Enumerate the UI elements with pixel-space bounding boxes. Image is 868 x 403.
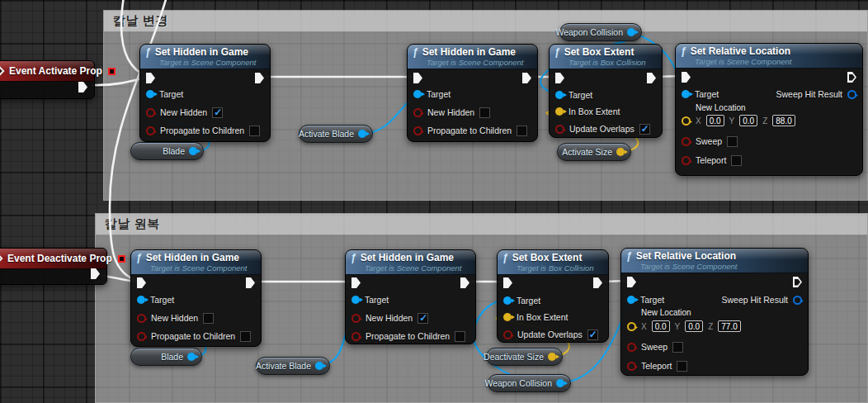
- teleport-checkbox[interactable]: [677, 361, 687, 372]
- target-pin[interactable]: [413, 90, 422, 98]
- variable-pill-blade-top[interactable]: Blade: [130, 142, 204, 160]
- new-hidden-pin[interactable]: [146, 108, 155, 117]
- exec-out-pin[interactable]: [460, 277, 469, 288]
- node-header[interactable]: ƒ Set Hidden in Game Target is Scene Com…: [408, 45, 537, 69]
- exec-in-pin[interactable]: [351, 277, 361, 288]
- target-pin[interactable]: [627, 296, 635, 304]
- new-hidden-checkbox[interactable]: [203, 313, 214, 324]
- update-overlaps-checkbox[interactable]: [587, 330, 598, 340]
- exec-in-pin[interactable]: [146, 73, 155, 83]
- node-set-box-extent-bottom[interactable]: ƒ Set Box Extent Target is Box Collision…: [497, 249, 609, 343]
- propagate-checkbox[interactable]: [249, 126, 260, 136]
- variable-output-pin[interactable]: [358, 130, 366, 138]
- new-location-pin[interactable]: [627, 322, 636, 331]
- exec-out-pin[interactable]: [255, 73, 264, 83]
- node-header[interactable]: ƒ Set Box Extent Target is Box Collision: [550, 45, 662, 69]
- new-hidden-checkbox[interactable]: [479, 107, 490, 118]
- event-node-header[interactable]: Event Activate Prop: [0, 61, 94, 82]
- exec-out-pin[interactable]: [246, 277, 255, 288]
- node-header[interactable]: ƒ Set Hidden in Game Target is Scene Com…: [140, 45, 270, 69]
- node-event-deactivate-prop[interactable]: Event Deactivate Prop: [0, 248, 107, 285]
- variable-pill-activate-size[interactable]: Activate Size: [557, 143, 631, 161]
- new-hidden-pin[interactable]: [137, 314, 146, 323]
- variable-output-pin[interactable]: [548, 353, 556, 361]
- exec-out-pin[interactable]: [793, 277, 802, 287]
- teleport-checkbox[interactable]: [731, 155, 742, 166]
- node-event-activate-prop[interactable]: Event Activate Prop: [0, 60, 95, 99]
- node-header[interactable]: ƒ Set Hidden in Game Target is Scene Com…: [131, 250, 261, 275]
- sweep-hit-result-pin[interactable]: [847, 90, 856, 99]
- update-overlaps-pin[interactable]: [503, 330, 512, 339]
- node-set-relative-location-top[interactable]: ƒ Set Relative Location Target is Scene …: [675, 43, 863, 176]
- new-hidden-checkbox[interactable]: [417, 313, 428, 324]
- variable-output-pin[interactable]: [616, 148, 625, 156]
- exec-in-pin[interactable]: [627, 277, 636, 287]
- target-pin[interactable]: [503, 296, 512, 305]
- variable-pill-weapon-collision-top[interactable]: Weapon Collision: [559, 23, 642, 41]
- exec-in-pin[interactable]: [682, 72, 691, 83]
- update-overlaps-checkbox[interactable]: [639, 124, 650, 135]
- sweep-hit-result-pin[interactable]: [793, 296, 802, 305]
- variable-output-pin[interactable]: [189, 147, 197, 155]
- blueprint-graph-canvas[interactable]: 칼날 변경 칼날 원복: [0, 0, 868, 403]
- exec-out-pin[interactable]: [522, 73, 531, 83]
- exec-in-pin[interactable]: [555, 73, 564, 83]
- z-value-input[interactable]: 88.0: [772, 115, 795, 126]
- teleport-pin[interactable]: [682, 156, 691, 165]
- node-header[interactable]: ƒ Set Relative Location Target is Scene …: [676, 44, 862, 69]
- variable-pill-activate-blade-bottom[interactable]: Activate Blade: [256, 357, 330, 375]
- node-set-hidden-in-game-3[interactable]: ƒ Set Hidden in Game Target is Scene Com…: [130, 249, 262, 347]
- new-hidden-pin[interactable]: [413, 108, 422, 117]
- sweep-pin[interactable]: [627, 343, 636, 352]
- variable-output-pin[interactable]: [556, 379, 564, 387]
- sweep-checkbox[interactable]: [727, 136, 738, 147]
- node-set-hidden-in-game-1[interactable]: ƒ Set Hidden in Game Target is Scene Com…: [139, 44, 271, 142]
- variable-output-pin[interactable]: [315, 362, 323, 370]
- event-node-header[interactable]: Event Deactivate Prop: [0, 249, 106, 269]
- exec-in-pin[interactable]: [137, 277, 146, 288]
- target-pin[interactable]: [146, 90, 154, 98]
- sweep-checkbox[interactable]: [672, 342, 683, 353]
- teleport-pin[interactable]: [627, 362, 636, 371]
- node-header[interactable]: ƒ Set Box Extent Target is Box Collision: [498, 250, 608, 275]
- variable-pill-activate-blade-top[interactable]: Activate Blade: [299, 125, 373, 143]
- new-hidden-pin[interactable]: [351, 314, 361, 323]
- x-value-input[interactable]: 0.0: [652, 320, 670, 332]
- in-box-extent-pin[interactable]: [555, 107, 564, 116]
- propagate-pin[interactable]: [137, 332, 146, 341]
- exec-out-pin[interactable]: [847, 72, 856, 83]
- variable-output-pin[interactable]: [627, 28, 635, 36]
- y-value-input[interactable]: 0.0: [685, 320, 703, 332]
- exec-out-pin[interactable]: [91, 268, 100, 279]
- node-set-hidden-in-game-4[interactable]: ƒ Set Hidden in Game Target is Scene Com…: [345, 249, 476, 344]
- sweep-pin[interactable]: [682, 137, 691, 146]
- z-value-input[interactable]: 77.0: [718, 320, 740, 332]
- exec-out-pin[interactable]: [593, 277, 602, 288]
- in-box-extent-pin[interactable]: [503, 313, 512, 321]
- target-pin[interactable]: [137, 296, 145, 304]
- node-set-hidden-in-game-2[interactable]: ƒ Set Hidden in Game Target is Scene Com…: [407, 44, 538, 142]
- propagate-pin[interactable]: [146, 126, 155, 135]
- node-header[interactable]: ƒ Set Hidden in Game Target is Scene Com…: [346, 250, 475, 275]
- exec-in-pin[interactable]: [503, 277, 512, 288]
- target-pin[interactable]: [682, 90, 690, 98]
- exec-in-pin[interactable]: [413, 73, 422, 83]
- variable-pill-blade-bottom[interactable]: Blade: [130, 348, 202, 366]
- propagate-pin[interactable]: [351, 332, 361, 341]
- target-pin[interactable]: [351, 296, 360, 304]
- x-value-input[interactable]: 0.0: [706, 115, 724, 126]
- new-hidden-checkbox[interactable]: [212, 107, 223, 118]
- variable-pill-weapon-collision-bottom[interactable]: Weapon Collision: [488, 374, 571, 392]
- propagate-pin[interactable]: [413, 126, 422, 135]
- y-value-input[interactable]: 0.0: [739, 115, 757, 126]
- node-set-box-extent-top[interactable]: ƒ Set Box Extent Target is Box Collision…: [549, 44, 663, 138]
- propagate-checkbox[interactable]: [455, 331, 465, 342]
- update-overlaps-pin[interactable]: [555, 125, 564, 134]
- exec-out-pin[interactable]: [647, 73, 656, 83]
- target-pin[interactable]: [555, 91, 564, 99]
- propagate-checkbox[interactable]: [517, 126, 527, 136]
- new-location-pin[interactable]: [682, 116, 691, 126]
- node-set-relative-location-bottom[interactable]: ƒ Set Relative Location Target is Scene …: [620, 248, 809, 376]
- exec-out-pin[interactable]: [78, 82, 87, 92]
- propagate-checkbox[interactable]: [240, 331, 251, 342]
